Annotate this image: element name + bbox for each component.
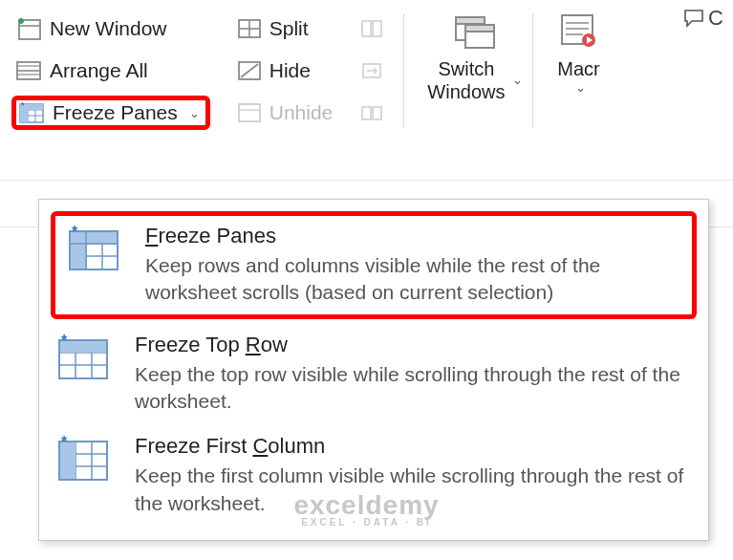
svg-text:*: * (61, 436, 68, 450)
freeze-panes-icon: * (18, 101, 45, 124)
freeze-panes-icon: * (66, 226, 121, 273)
macros-label: Macr (557, 57, 599, 80)
unhide-button: Unhide (233, 99, 337, 126)
menu-item-desc: Keep the first column visible while scro… (135, 463, 691, 517)
svg-text:*: * (61, 334, 68, 349)
svg-rect-27 (373, 107, 381, 119)
macros-button[interactable]: Macr ⌄ (547, 8, 600, 97)
svg-line-20 (241, 64, 258, 77)
split-button[interactable]: Split (233, 15, 313, 42)
ribbon-col1: New Window Arrange All (11, 8, 210, 134)
split-icon (237, 18, 262, 39)
freeze-first-column-icon: * (55, 436, 111, 484)
reset-window-icon (359, 102, 384, 123)
hide-icon (237, 60, 262, 81)
split-label: Split (269, 17, 309, 40)
menu-item-title: Freeze Top Row (135, 333, 691, 357)
separator (403, 13, 404, 128)
menu-item-title: Freeze Panes (145, 224, 680, 248)
separator (532, 13, 533, 128)
switch-windows-button[interactable]: Switch Windows⌄ (418, 8, 532, 105)
macros-icon (556, 10, 600, 52)
chevron-down-icon: ⌄ (575, 80, 586, 96)
svg-rect-24 (373, 21, 381, 36)
svg-rect-26 (362, 107, 371, 119)
menu-item-freeze-first-column[interactable]: * Freeze First Column Keep the first col… (39, 424, 708, 527)
arrange-all-label: Arrange All (50, 59, 148, 82)
freeze-panes-button[interactable]: * Freeze Panes ⌄ (11, 96, 210, 130)
new-window-label: New Window (50, 17, 167, 40)
menu-item-freeze-panes[interactable]: * Freeze Panes Keep rows and columns vis… (51, 211, 697, 319)
speech-bubble-icon (683, 9, 704, 28)
sync-scroll-icon (359, 60, 384, 81)
svg-rect-21 (239, 104, 260, 121)
ribbon-window-group: New Window Arrange All (0, 0, 733, 134)
menu-item-title: Freeze First Column (135, 434, 691, 459)
freeze-top-row-icon: * (55, 334, 111, 382)
hide-label: Hide (269, 59, 311, 82)
new-window-icon (15, 16, 42, 41)
svg-text:*: * (21, 101, 25, 110)
unhide-icon (237, 102, 262, 123)
arrange-all-button[interactable]: Arrange All (11, 57, 152, 84)
menu-item-desc: Keep the top row visible while scrolling… (135, 361, 691, 416)
comments-indicator: C (683, 6, 723, 31)
ribbon-sync-col (359, 8, 384, 134)
menu-item-freeze-top-row[interactable]: * Freeze Top Row Keep the top row visibl… (39, 323, 708, 425)
hide-button[interactable]: Hide (233, 57, 314, 84)
chevron-down-icon: ⌄ (512, 73, 523, 88)
freeze-panes-menu: * Freeze Panes Keep rows and columns vis… (38, 199, 709, 541)
view-side-by-side-icon (359, 18, 384, 39)
svg-rect-31 (465, 25, 494, 32)
svg-text:*: * (72, 226, 78, 240)
freeze-panes-label: Freeze Panes (53, 101, 178, 124)
arrange-all-icon (15, 60, 42, 81)
comments-letter: C (708, 6, 723, 31)
menu-item-desc: Keep rows and columns visible while the … (145, 252, 680, 307)
ribbon-col2: Split Hide Unhide (233, 8, 337, 134)
new-window-button[interactable]: New Window (11, 14, 171, 43)
chevron-down-icon: ⌄ (189, 106, 200, 120)
svg-rect-29 (456, 17, 485, 24)
unhide-label: Unhide (269, 101, 334, 124)
svg-rect-23 (362, 21, 371, 36)
switch-windows-label: Switch Windows (427, 57, 505, 103)
switch-windows-icon (450, 10, 500, 52)
